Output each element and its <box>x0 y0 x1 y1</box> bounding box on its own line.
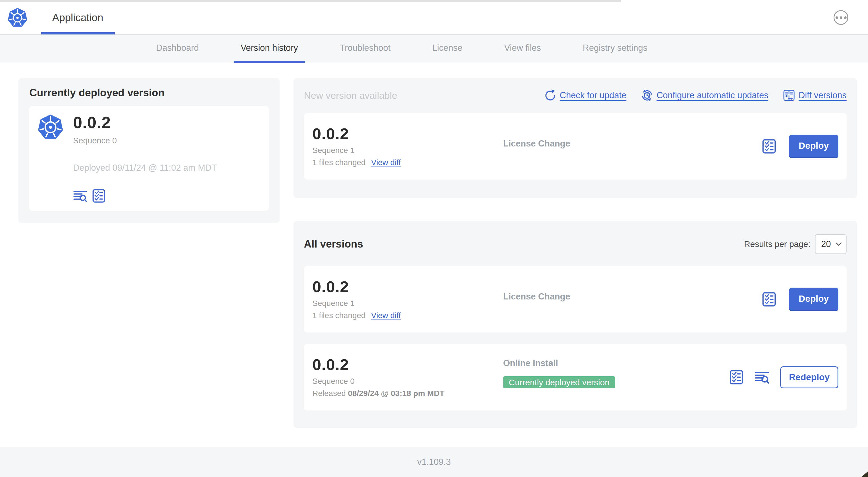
deploy-button[interactable]: Deploy <box>789 288 838 311</box>
more-menu-button[interactable] <box>834 10 848 25</box>
check-for-update-link[interactable]: Check for update <box>544 89 626 101</box>
version-source-label: License Change <box>503 292 570 302</box>
version-number: 0.0.2 <box>312 356 444 373</box>
preflight-checklist-icon[interactable] <box>762 292 777 307</box>
version-row-sequence-0: 0.0.2 Sequence 0 Released 08/29/24 @ 03:… <box>304 344 846 410</box>
version-source-label: License Change <box>503 139 570 149</box>
version-number: 0.0.2 <box>312 126 401 142</box>
deployed-timestamp: Deployed 09/11/24 @ 11:02 am MDT <box>73 163 217 173</box>
ellipsis-icon <box>840 17 842 19</box>
version-sequence: Sequence 1 <box>312 299 401 308</box>
view-diff-link[interactable]: View diff <box>371 158 401 167</box>
view-diff-link[interactable]: View diff <box>371 311 401 320</box>
new-version-row: 0.0.2 Sequence 1 1 files changed View di… <box>304 113 846 180</box>
new-version-section: New version available Check for update <box>293 78 857 198</box>
ellipsis-icon <box>836 17 838 19</box>
preflight-checklist-icon[interactable] <box>92 189 106 203</box>
files-changed-label: 1 files changed <box>312 158 365 167</box>
version-sequence: Sequence 1 <box>312 146 401 155</box>
kubernetes-logo-icon <box>37 114 64 141</box>
nav-tab-bar: Dashboard Version history Troubleshoot L… <box>0 35 868 63</box>
redeploy-button[interactable]: Redeploy <box>780 366 838 388</box>
version-history-main: New version available Check for update <box>293 78 857 428</box>
configure-automatic-updates-link[interactable]: Configure automatic updates <box>641 89 768 101</box>
all-versions-title: All versions <box>304 238 363 250</box>
all-versions-section: All versions Results per page: 20 0.0.2 … <box>293 221 857 428</box>
auto-update-clock-icon <box>641 89 653 101</box>
deployed-version-panel: 0.0.2 Sequence 0 Deployed 09/11/24 @ 11:… <box>29 106 269 211</box>
app-footer: v1.109.3 <box>0 447 868 477</box>
new-version-title: New version available <box>304 90 397 101</box>
diff-icon <box>783 89 795 101</box>
console-version: v1.109.3 <box>417 457 451 467</box>
currently-deployed-card: Currently deployed version 0.0.2 Seq <box>18 78 280 223</box>
diff-versions-link[interactable]: Diff versions <box>783 89 846 101</box>
tab-version-history[interactable]: Version history <box>234 35 305 63</box>
app-header: Application <box>0 0 868 35</box>
tab-view-files[interactable]: View files <box>497 35 548 63</box>
results-per-page-label: Results per page: <box>744 239 810 249</box>
tab-troubleshoot[interactable]: Troubleshoot <box>333 35 398 63</box>
preflight-checklist-icon[interactable] <box>729 370 744 385</box>
chevron-down-icon <box>835 242 842 246</box>
ellipsis-icon <box>844 17 846 19</box>
version-sequence: Sequence 0 <box>312 377 444 386</box>
version-row-sequence-1: 0.0.2 Sequence 1 1 files changed View di… <box>304 266 846 332</box>
title-active-underline <box>41 32 115 34</box>
kubernetes-logo-icon <box>7 7 28 29</box>
deploy-button[interactable]: Deploy <box>789 135 838 158</box>
refresh-icon <box>544 89 556 101</box>
deployed-sequence: Sequence 0 <box>73 136 217 145</box>
tab-dashboard[interactable]: Dashboard <box>149 35 206 63</box>
currently-deployed-title: Currently deployed version <box>29 87 269 99</box>
logs-icon[interactable] <box>754 370 770 385</box>
files-changed-label: 1 files changed <box>312 311 365 320</box>
page-title: Application <box>52 12 103 24</box>
version-source-label: Online Install <box>503 358 615 368</box>
results-per-page-select[interactable]: 20 <box>815 234 846 254</box>
currently-deployed-badge: Currently deployed version <box>503 376 615 388</box>
deployed-version-number: 0.0.2 <box>73 114 217 131</box>
logs-icon[interactable] <box>73 189 87 203</box>
preflight-checklist-icon[interactable] <box>762 139 777 154</box>
app-window: Application Dashboard Version history Tr… <box>0 0 868 477</box>
tab-license[interactable]: License <box>425 35 470 63</box>
window-edge-artifact <box>0 0 621 2</box>
released-timestamp: Released 08/29/24 @ 03:18 pm MDT <box>312 389 444 398</box>
version-number: 0.0.2 <box>312 278 401 295</box>
tab-registry-settings[interactable]: Registry settings <box>576 35 654 63</box>
